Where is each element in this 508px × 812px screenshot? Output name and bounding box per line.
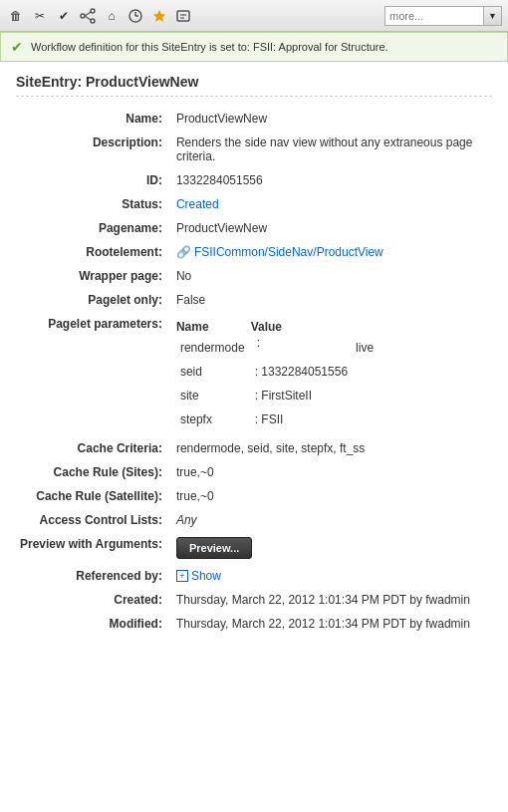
field-id: ID: 1332284051556 [16, 168, 492, 192]
param-name-cell: rendermode [176, 336, 251, 360]
check-icon[interactable]: ✔ [54, 6, 74, 26]
svg-marker-8 [153, 10, 165, 22]
modified-value: Thursday, March 22, 2012 1:01:34 PM PDT … [172, 612, 492, 636]
link-icon: 🔗 [176, 245, 191, 259]
pagelet-params-value: Name Value rendermode:liveseid: 13322840… [172, 312, 492, 436]
toolbar-search: ▼ [384, 6, 502, 26]
home-icon[interactable]: ⌂ [102, 6, 122, 26]
detail-table: Name: ProductViewNew Description: Render… [16, 107, 492, 636]
param-name-cell: seid [176, 360, 251, 384]
cache-rule-satellite-label: Cache Rule (Satellite): [16, 484, 172, 508]
pagelet-only-value: False [172, 288, 492, 312]
svg-point-0 [91, 9, 95, 13]
search-dropdown-btn[interactable]: ▼ [484, 6, 502, 26]
field-wrapper: Wrapper page: No [16, 264, 492, 288]
param-colon-cell: : [251, 336, 352, 360]
svg-point-1 [91, 19, 95, 23]
acl-value: Any [172, 508, 492, 532]
notification-bar: ✔ Workflow definition for this SiteEntry… [0, 32, 508, 62]
referenced-by-value[interactable]: + Show [172, 564, 492, 588]
modified-label: Modified: [16, 612, 172, 636]
cache-rule-sites-label: Cache Rule (Sites): [16, 460, 172, 484]
expand-icon: + [176, 570, 188, 582]
field-pagelet-params: Pagelet parameters: Name Value rendermod… [16, 312, 492, 436]
description-label: Description: [16, 131, 172, 168]
rootelement-value[interactable]: 🔗 FSIICommon/SideNav/ProductView [172, 240, 492, 264]
page-title: SiteEntry: ProductViewNew [16, 74, 492, 97]
delete-icon[interactable]: 🗑 [6, 6, 26, 26]
cache-criteria-label: Cache Criteria: [16, 436, 172, 460]
svg-rect-9 [177, 11, 189, 21]
param-row: site: FirstSiteII [176, 384, 378, 407]
field-created: Created: Thursday, March 22, 2012 1:01:3… [16, 588, 492, 612]
param-row: seid: 1332284051556 [176, 360, 378, 384]
svg-line-4 [85, 16, 91, 20]
rootelement-label: Rootelement: [16, 240, 172, 264]
star-icon[interactable] [149, 6, 169, 26]
preview-value: Preview... [172, 532, 492, 564]
wrapper-value: No [172, 264, 492, 288]
created-value: Thursday, March 22, 2012 1:01:34 PM PDT … [172, 588, 492, 612]
search-special-icon[interactable] [173, 6, 193, 26]
field-status: Status: Created [16, 192, 492, 216]
cache-rule-sites-value: true,~0 [172, 460, 492, 484]
param-row: stepfx: FSII [176, 407, 378, 431]
name-value: ProductViewNew [172, 107, 492, 131]
show-link[interactable]: + Show [176, 569, 488, 583]
wrapper-label: Wrapper page: [16, 264, 172, 288]
rootelement-link-text: FSIICommon/SideNav/ProductView [194, 245, 383, 259]
status-value[interactable]: Created [172, 192, 492, 216]
pagename-value: ProductViewNew [172, 216, 492, 240]
params-table: Name Value rendermode:liveseid: 13322840… [176, 319, 378, 431]
notification-text: Workflow definition for this SiteEntry i… [31, 41, 388, 53]
field-cache-rule-sites: Cache Rule (Sites): true,~0 [16, 460, 492, 484]
svg-line-3 [85, 12, 91, 16]
field-acl: Access Control Lists: Any [16, 508, 492, 532]
show-link-text: Show [191, 569, 221, 583]
param-value-cell: : 1332284051556 [251, 360, 352, 384]
cut-icon[interactable]: ✂ [30, 6, 50, 26]
field-modified: Modified: Thursday, March 22, 2012 1:01:… [16, 612, 492, 636]
field-pagename: Pagename: ProductViewNew [16, 216, 492, 240]
param-value-cell: : FSII [251, 407, 352, 431]
created-label: Created: [16, 588, 172, 612]
field-referenced-by: Referenced by: + Show [16, 564, 492, 588]
pagelet-params-label: Pagelet parameters: [16, 312, 172, 436]
pagename-label: Pagename: [16, 216, 172, 240]
preview-button[interactable]: Preview... [176, 537, 252, 559]
description-value: Renders the side nav view without any ex… [172, 131, 492, 168]
success-icon: ✔ [11, 39, 23, 55]
preview-label: Preview with Arguments: [16, 532, 172, 564]
param-name-cell: stepfx [176, 407, 251, 431]
share-icon[interactable] [78, 6, 98, 26]
field-rootelement: Rootelement: 🔗 FSIICommon/SideNav/Produc… [16, 240, 492, 264]
param-value-cell: live [352, 336, 378, 360]
params-col-name: Name [176, 319, 251, 336]
page-content: SiteEntry: ProductViewNew Name: ProductV… [0, 62, 508, 648]
id-label: ID: [16, 168, 172, 192]
field-description: Description: Renders the side nav view w… [16, 131, 492, 168]
field-pagelet-only: Pagelet only: False [16, 288, 492, 312]
id-value: 1332284051556 [172, 168, 492, 192]
field-preview: Preview with Arguments: Preview... [16, 532, 492, 564]
cache-rule-satellite-value: true,~0 [172, 484, 492, 508]
status-link[interactable]: Created [176, 197, 219, 211]
svg-point-2 [81, 14, 85, 18]
history-icon[interactable] [126, 6, 145, 26]
chevron-down-icon: ▼ [488, 11, 497, 21]
acl-label: Access Control Lists: [16, 508, 172, 532]
field-cache-criteria: Cache Criteria: rendermode, seid, site, … [16, 436, 492, 460]
rootelement-link[interactable]: 🔗 FSIICommon/SideNav/ProductView [176, 245, 488, 259]
referenced-by-label: Referenced by: [16, 564, 172, 588]
name-label: Name: [16, 107, 172, 131]
param-value-cell: : FirstSiteII [251, 384, 352, 407]
param-name-cell: site [176, 384, 251, 407]
pagelet-only-label: Pagelet only: [16, 288, 172, 312]
field-cache-rule-satellite: Cache Rule (Satellite): true,~0 [16, 484, 492, 508]
cache-criteria-value: rendermode, seid, site, stepfx, ft_ss [172, 436, 492, 460]
search-input[interactable] [384, 6, 484, 26]
params-col-value: Value [251, 319, 352, 336]
status-label: Status: [16, 192, 172, 216]
param-row: rendermode:live [176, 336, 378, 360]
toolbar: 🗑 ✂ ✔ ⌂ ▼ [0, 0, 508, 32]
